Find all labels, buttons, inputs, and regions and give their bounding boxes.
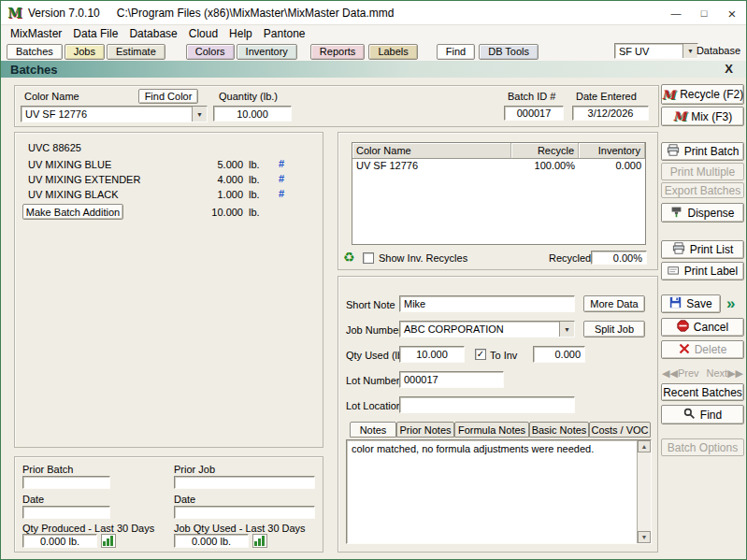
cell-inventory: 0.000	[579, 159, 645, 172]
toolbar-find-button[interactable]: Find	[437, 44, 475, 60]
delete-label: Delete	[695, 343, 727, 356]
job-qty-used-chart-icon[interactable]	[252, 534, 267, 548]
save-button[interactable]: Save	[661, 294, 721, 313]
menu-item-data-file[interactable]: Data File	[67, 27, 123, 40]
print-label-label: Print Label	[684, 265, 738, 278]
recent-batches-label: Recent Batches	[663, 386, 742, 399]
toolbar-estimate-button[interactable]: Estimate	[107, 44, 165, 60]
section-header: Batches X	[1, 61, 746, 78]
recycle-group: Color Name Recycle Inventory UV SF 12776…	[338, 132, 658, 270]
make-batch-addition-button[interactable]: Make Batch Addition	[22, 204, 123, 220]
split-job-button[interactable]: Split Job	[583, 321, 645, 337]
qty-produced-chart-icon[interactable]	[101, 534, 116, 548]
window-controls: — □ ×	[662, 1, 746, 25]
menu-item-cloud[interactable]: Cloud	[183, 27, 223, 40]
cancel-button[interactable]: Cancel	[661, 318, 744, 337]
tab-formula-notes[interactable]: Formula Notes	[454, 422, 529, 438]
tab-prior-notes[interactable]: Prior Notes	[396, 422, 454, 438]
dispense-button[interactable]: Dispense	[661, 203, 744, 223]
print-list-button[interactable]: Print List	[661, 240, 744, 259]
mix-button[interactable]: M Mix (F3)	[661, 107, 744, 126]
minimize-button[interactable]: —	[662, 1, 690, 25]
column-color-name[interactable]: Color Name	[352, 143, 511, 159]
database-select-value: SF UV	[615, 44, 682, 58]
scroll-up-icon[interactable]: ▲	[638, 440, 651, 452]
dropdown-arrow-icon[interactable]: ▼	[559, 322, 574, 337]
hash-icon[interactable]: #	[279, 173, 284, 184]
print-list-label: Print List	[690, 243, 734, 256]
section-close-button[interactable]: X	[725, 62, 733, 76]
short-note-input[interactable]: Mike	[399, 295, 575, 312]
dropdown-arrow-icon[interactable]: ▼	[192, 107, 207, 122]
tab-costs-voc[interactable]: Costs / VOC	[589, 422, 651, 438]
lot-number-label: Lot Number	[346, 375, 399, 386]
menu-item-help[interactable]: Help	[223, 27, 258, 40]
to-inv-field: 0.000	[533, 346, 585, 363]
notes-textarea[interactable]: color matched, no formula adjustments we…	[346, 439, 652, 544]
lot-location-input[interactable]	[399, 396, 575, 413]
toolbar-batches-button[interactable]: Batches	[7, 44, 63, 60]
toolbar-jobs-button[interactable]: Jobs	[65, 44, 105, 60]
recent-batches-button[interactable]: Recent Batches	[661, 383, 744, 401]
quantity-field[interactable]: 10.000	[213, 106, 292, 122]
save-disk-icon	[669, 296, 682, 311]
menu-item-mixmaster[interactable]: MixMaster	[5, 27, 67, 40]
dispenser-icon	[670, 206, 682, 221]
next-record-chevrons-icon[interactable]: »	[726, 294, 735, 313]
mixmaster-m-icon: M	[673, 110, 686, 122]
ingredient-qty: 5.000	[161, 159, 243, 170]
ingredient-unit: lb.	[249, 189, 260, 200]
show-inv-recycles-checkbox[interactable]	[363, 252, 374, 264]
color-name-label: Color Name	[24, 91, 79, 102]
close-button[interactable]: ×	[718, 1, 746, 25]
hash-icon[interactable]: #	[279, 188, 284, 199]
tab-notes[interactable]: Notes	[350, 422, 396, 438]
recycled-field: 0.00%	[591, 251, 647, 265]
print-batch-button[interactable]: Print Batch	[661, 142, 744, 161]
qty-used-input[interactable]: 10.000	[399, 346, 465, 363]
prior-job-label: Prior Job	[174, 464, 215, 475]
recycle-button[interactable]: M Recycle (F2)	[661, 84, 744, 105]
menu-item-pantone[interactable]: Pantone	[258, 27, 311, 40]
job-number-select[interactable]: ABC CORPORATION ▼	[399, 321, 575, 337]
database-select[interactable]: SF UV ▼	[614, 43, 698, 59]
toolbar-inventory-button[interactable]: Inventory	[237, 44, 297, 60]
dropdown-arrow-icon[interactable]: ▼	[682, 44, 697, 58]
print-batch-label: Print Batch	[684, 145, 740, 158]
print-label-button[interactable]: Print Label	[661, 262, 744, 280]
column-recycle[interactable]: Recycle	[511, 143, 579, 159]
next-record-button: Next▶▶	[707, 367, 744, 380]
color-name-select[interactable]: UV SF 12776 ▼	[21, 106, 208, 122]
find-color-button[interactable]: Find Color	[138, 89, 198, 104]
toolbar-labels-button[interactable]: Labels	[368, 44, 417, 60]
recycle-table[interactable]: Color Name Recycle Inventory UV SF 12776…	[352, 142, 646, 245]
tab-basic-notes[interactable]: Basic Notes	[529, 422, 589, 438]
formula-total-unit: lb.	[249, 207, 260, 218]
toolbar-colors-button[interactable]: Colors	[186, 44, 235, 60]
scroll-down-icon[interactable]: ▼	[638, 531, 651, 543]
column-inventory[interactable]: Inventory	[579, 143, 645, 159]
to-inv-checkbox[interactable]: ✓	[475, 349, 486, 360]
menu-item-database[interactable]: Database	[123, 27, 182, 40]
table-row[interactable]: UV SF 12776 100.00% 0.000	[352, 159, 645, 172]
formula-title: UVC 88625	[28, 142, 81, 153]
prior-batch-group: Prior Batch Prior Job Date Date Qty Prod…	[14, 456, 323, 553]
notes-scrollbar[interactable]: ▲ ▼	[637, 440, 651, 543]
ingredient-name: UV MIXING BLUE	[28, 159, 111, 170]
print-multiple-button: Print Multiple	[661, 163, 744, 180]
lot-number-input[interactable]: 000017	[399, 371, 504, 388]
cell-recycle: 100.00%	[511, 159, 579, 172]
mix-button-label: Mix (F3)	[691, 110, 732, 123]
toolbar-reports-button[interactable]: Reports	[310, 44, 366, 60]
more-data-button[interactable]: More Data	[583, 295, 645, 312]
maximize-button[interactable]: □	[690, 1, 718, 25]
hash-icon[interactable]: #	[279, 158, 284, 169]
red-x-icon	[679, 343, 690, 357]
toolbar-db-tools-button[interactable]: DB Tools	[479, 44, 539, 60]
short-note-label: Short Note	[346, 299, 395, 310]
find-button[interactable]: Find	[661, 405, 744, 424]
titlebar: M Version 7.0.10 C:\Program Files (x86)\…	[1, 1, 746, 25]
app-logo-icon: M	[7, 6, 22, 21]
label-icon	[668, 265, 680, 279]
check-icon: ✓	[477, 350, 484, 359]
